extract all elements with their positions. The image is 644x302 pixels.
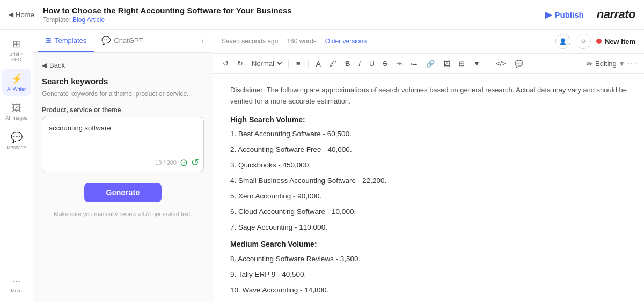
separator-2 (308, 60, 309, 68)
chatgpt-tab-label: ChatGPT (114, 36, 143, 45)
bold-button[interactable]: B (342, 57, 353, 70)
editing-badge: ✏ Editing ▼ ··· (587, 59, 638, 69)
separator-1 (288, 60, 289, 68)
list-item: 1. Best Accounting Software - 60,500. (230, 128, 627, 141)
sidebar-item-more[interactable]: ··· More (2, 271, 31, 298)
header-right: ▶ Publish narrato (539, 6, 635, 23)
list-button[interactable]: ≔ (407, 57, 421, 70)
ai-images-label: AI Images (5, 115, 27, 121)
redo-button[interactable]: ↻ (234, 57, 246, 70)
list-item: 6. Cloud Accounting Software - 10,000. (230, 206, 627, 218)
more-label: More (11, 288, 22, 293)
ai-disclaimer: Make sure you manually review all AI gen… (42, 210, 204, 219)
list-item: 9. Tally ERP 9 - 40,500. (230, 269, 627, 281)
textarea-footer: 19 / 200 ⊙ ↺ (155, 157, 199, 168)
list-item: 8. Accounting Software Reviews - 3,500. (230, 253, 627, 266)
new-item-container: New Item (596, 38, 635, 46)
template-line: Template: Blog Article (43, 16, 292, 24)
panel-content: ◀ Back Search keywords Generate keywords… (33, 53, 213, 302)
refresh-textarea-button[interactable]: ↺ (191, 157, 199, 168)
text-color-button[interactable]: A (313, 57, 324, 70)
ai-images-icon: 🖼 (12, 102, 21, 114)
strikethrough-button[interactable]: S (379, 57, 391, 70)
editor-topbar-left: Saved seconds ago 160 words Older versio… (222, 38, 367, 45)
table-button[interactable]: ⊞ (456, 57, 468, 70)
editing-menu-dots[interactable]: ··· (627, 59, 638, 69)
sidebar-item-ai-writer[interactable]: ⚡ AI Writer (2, 69, 31, 96)
align-left-button[interactable]: ≡ (293, 57, 304, 70)
editor-topbar: Saved seconds ago 160 words Older versio… (213, 30, 644, 54)
collapse-panel-button[interactable]: ‹ (197, 34, 208, 48)
editing-chevron-icon: ▼ (619, 60, 625, 68)
link-button[interactable]: 🔗 (423, 57, 438, 70)
brief-seo-icon: ⊞ (12, 38, 20, 50)
editor-content[interactable]: Disclaimer: The following are approximat… (213, 74, 644, 302)
editor-topbar-right: 👤 ⚙ New Item (555, 34, 635, 49)
char-count: 19 / 200 (155, 159, 177, 166)
editor-area: Saved seconds ago 160 words Older versio… (213, 30, 644, 302)
publish-button[interactable]: ▶ Publish (539, 6, 590, 23)
home-link[interactable]: ◀ Home (9, 11, 34, 19)
product-field-label: Product, service or theme (42, 106, 204, 114)
back-button[interactable]: ◀ Back (42, 61, 65, 69)
high-volume-heading: High Search Volume: (230, 114, 627, 127)
generate-button[interactable]: Generate (84, 183, 161, 202)
underline-button[interactable]: U (366, 57, 377, 70)
message-label: Message (6, 145, 26, 150)
publish-label: Publish (555, 10, 584, 19)
clear-textarea-button[interactable]: ⊙ (180, 157, 188, 168)
back-label: Back (49, 61, 65, 69)
word-count: 160 words (287, 38, 316, 45)
top-header: ◀ Home How to Choose the Right Accountin… (0, 0, 644, 30)
brief-seo-label: Brief + SEO (4, 51, 29, 62)
tab-chatgpt[interactable]: 💬 ChatGPT (94, 30, 150, 52)
template-prefix: Template: (43, 16, 71, 24)
list-item: 5. Xero Accounting - 90,000. (230, 190, 627, 203)
tab-templates[interactable]: ⊞ Templates (38, 30, 94, 52)
format-bar: ↺ ↻ Normal ≡ A 🖊 B I U S ⇥ ≔ 🔗 🖼 ⊞ ▼ </>… (213, 54, 644, 74)
product-textarea[interactable] (49, 123, 197, 155)
undo-button[interactable]: ↺ (219, 57, 232, 70)
ai-writer-label: AI Writer (7, 86, 26, 92)
image-button[interactable]: 🖼 (440, 57, 453, 70)
narrato-logo: narrato (597, 8, 635, 21)
header-title-area: How to Choose the Right Accounting Softw… (43, 6, 292, 24)
saved-status: Saved seconds ago (222, 38, 278, 45)
list-item: 3. Quickbooks - 450,000. (230, 159, 627, 172)
list-item: 7. Sage Accounting - 110,000. (230, 222, 627, 234)
highlight-button[interactable]: 🖊 (326, 57, 340, 70)
comment-button[interactable]: 💬 (511, 57, 526, 70)
back-arrow-icon: ◀ (42, 61, 47, 69)
search-keywords-desc: Generate keywords for a theme, product o… (42, 89, 204, 99)
sidebar-item-ai-images[interactable]: 🖼 AI Images (2, 98, 31, 125)
separator-3 (488, 60, 488, 68)
search-keywords-title: Search keywords (42, 77, 204, 86)
italic-button[interactable]: I (355, 57, 364, 70)
user-avatar: 👤 (555, 34, 570, 49)
templates-tab-icon: ⊞ (45, 36, 52, 45)
sidebar-item-message[interactable]: 💬 Message (2, 127, 31, 154)
list-item: 2. Accounting Software Free - 40,000. (230, 144, 627, 156)
new-item-label: New Item (605, 38, 635, 46)
paragraph-style-select[interactable]: Normal (248, 57, 284, 70)
chatgpt-tab-icon: 💬 (101, 36, 111, 45)
sidebar-icons: ⊞ Brief + SEO ⚡ AI Writer 🖼 AI Images 💬 … (0, 30, 33, 302)
more-format-button[interactable]: ▼ (470, 57, 484, 70)
code-button[interactable]: </> (493, 57, 509, 70)
sidebar-item-brief-seo[interactable]: ⊞ Brief + SEO (2, 34, 31, 67)
product-textarea-wrapper: 19 / 200 ⊙ ↺ (42, 117, 204, 172)
panel-tabs: ⊞ Templates 💬 ChatGPT ‹ (33, 30, 213, 53)
indent-button[interactable]: ⇥ (393, 57, 405, 70)
more-icon: ··· (12, 275, 20, 286)
list-item: 4. Small Business Accounting Software - … (230, 175, 627, 187)
publish-icon: ▶ (545, 10, 552, 20)
older-versions-link[interactable]: Older versions (325, 38, 367, 45)
left-panel: ⊞ Templates 💬 ChatGPT ‹ ◀ Back Search ke… (33, 30, 213, 302)
gnucash-item: 11. GNUCash - 22,000. (230, 300, 627, 302)
generate-label: Generate (106, 188, 140, 197)
message-icon: 💬 (11, 131, 23, 143)
home-label: Home (16, 11, 34, 19)
edit-icon: ✏ (587, 60, 593, 68)
editing-label: Editing (595, 60, 617, 68)
template-link[interactable]: Blog Article (72, 16, 105, 24)
